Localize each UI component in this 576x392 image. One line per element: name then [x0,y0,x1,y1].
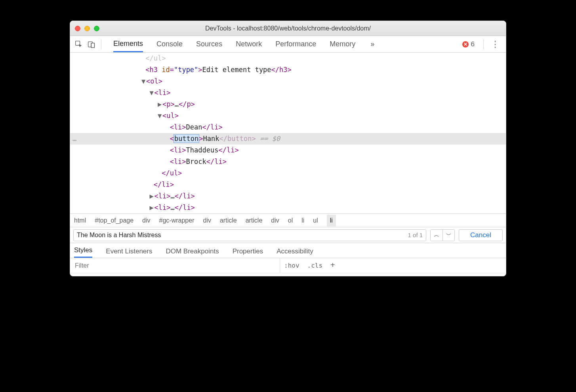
window-titlebar: DevTools - localhost:8080/web/tools/chro… [70,21,506,36]
breadcrumb-item[interactable]: div [271,217,279,224]
breadcrumb-item[interactable]: #top_of_page [95,217,134,224]
subtab-event-listeners[interactable]: Event Listeners [106,247,152,258]
breadcrumb-item[interactable]: ul [313,217,318,224]
panel-tabs: Elements Console Sources Network Perform… [113,36,458,52]
styles-filter [70,258,280,273]
devtools-window: DevTools - localhost:8080/web/tools/chro… [70,21,506,276]
new-style-rule-button[interactable]: + [326,261,339,270]
toggle-cls-button[interactable]: .cls [303,262,327,269]
inspect-element-icon[interactable] [74,40,84,49]
window-close-button[interactable] [75,26,80,31]
dom-node[interactable]: ▶<li>…</li> [70,190,506,202]
search-input[interactable] [74,232,408,239]
styles-filter-input[interactable] [74,262,276,270]
error-icon: ✕ [462,41,469,48]
dom-node[interactable]: ▼<ul> [70,110,506,122]
dom-node[interactable]: ▶<p>…</p> [70,99,506,110]
breadcrumb-item[interactable]: article [220,217,237,224]
breadcrumb-item[interactable]: article [246,217,263,224]
subtab-accessibility[interactable]: Accessibility [277,247,313,258]
tab-network[interactable]: Network [236,36,262,52]
subtab-styles[interactable]: Styles [74,246,92,258]
search-prev-button[interactable]: ︿ [431,230,442,241]
dom-node[interactable]: </ul> [70,167,506,179]
window-title: DevTools - localhost:8080/web/tools/chro… [70,25,506,32]
device-toolbar-icon[interactable] [87,40,96,49]
search-box: 1 of 1 [73,229,426,241]
dom-node-selected[interactable]: … <button>Hank</button> == $0 [70,133,506,145]
subtab-dom-breakpoints[interactable]: DOM Breakpoints [166,247,219,258]
dom-node[interactable]: </ul> [70,53,506,64]
dom-node[interactable]: <li>Thaddeus</li> [70,145,506,156]
subtab-properties[interactable]: Properties [233,247,263,258]
dom-node[interactable]: ▼<ol> [70,76,506,87]
main-menu-button[interactable]: ⋮ [488,39,502,49]
dom-tree[interactable]: </ul> <h3 id="type">Edit element type</h… [70,53,506,213]
styles-pane-tabs: Styles Event Listeners DOM Breakpoints P… [70,243,506,258]
error-count: 6 [471,40,475,48]
tab-elements[interactable]: Elements [113,36,143,52]
search-bar: 1 of 1 ︿ ﹀ Cancel [70,227,506,243]
breadcrumb-item-selected[interactable]: li [327,215,336,226]
breadcrumb-item[interactable]: div [142,217,150,224]
breadcrumb-item[interactable]: html [74,217,86,224]
tab-performance[interactable]: Performance [275,36,316,52]
breadcrumb-item[interactable]: li [301,217,304,224]
window-minimize-button[interactable] [84,26,90,31]
styles-toolbar: :hov .cls + [70,258,506,273]
window-traffic-lights [75,26,99,31]
dom-node[interactable]: ▼<li> [70,87,506,99]
breadcrumb-item[interactable]: ol [288,217,293,224]
breadcrumb-item[interactable]: div [203,217,211,224]
dom-node[interactable]: <li>Brock</li> [70,156,506,167]
tab-sources[interactable]: Sources [196,36,222,52]
window-zoom-button[interactable] [94,26,99,31]
dom-node[interactable]: </li> [70,179,506,190]
search-match-count: 1 of 1 [408,232,426,238]
search-nav: ︿ ﹀ [430,229,455,241]
breadcrumb-item[interactable]: #gc-wrapper [159,217,195,224]
dom-node[interactable]: <li>Dean</li> [70,122,506,133]
search-cancel-button[interactable]: Cancel [459,229,503,241]
breadcrumb-bar: html #top_of_page div #gc-wrapper div ar… [70,213,506,227]
toolbar-separator [483,39,484,49]
svg-rect-2 [91,43,94,48]
error-badge[interactable]: ✕ 6 [462,40,475,48]
tabs-overflow-button[interactable]: » [369,40,376,48]
search-next-button[interactable]: ﹀ [442,230,454,241]
tab-memory[interactable]: Memory [330,36,355,52]
styles-content-area [70,273,506,276]
tag-name-edit-input[interactable]: button [174,135,199,143]
tab-console[interactable]: Console [156,36,183,52]
dom-node[interactable]: <h3 id="type">Edit element type</h3> [70,64,506,76]
toggle-hov-button[interactable]: :hov [280,262,303,269]
main-toolbar: Elements Console Sources Network Perform… [70,36,506,53]
toolbar-separator [101,39,101,49]
dom-node[interactable]: ▶<li>…</li> [70,202,506,213]
